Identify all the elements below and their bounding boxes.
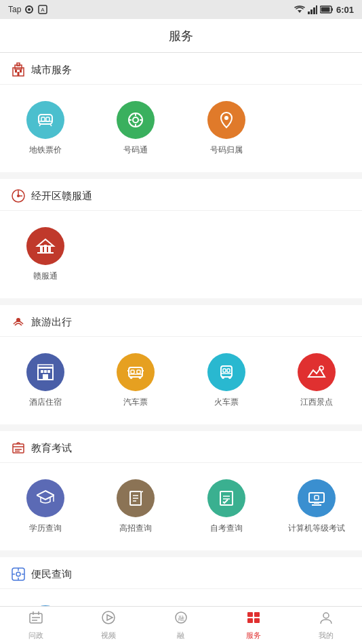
number-pass-item[interactable]: 号码通 (91, 96, 182, 161)
wenzhen-label: 问政 (28, 630, 43, 641)
convenient-service-section: 便民查询 (0, 557, 362, 606)
computer-exam-label: 计算机等级考试 (288, 523, 345, 534)
train-ticket-item[interactable]: 火车票 (181, 348, 272, 414)
econ-service-icon (11, 188, 26, 203)
self-exam-item[interactable]: 自考查询 (181, 474, 272, 540)
svg-rect-14 (17, 63, 20, 66)
edu-service-items: 学历查询 高招查询 (0, 463, 362, 550)
convenient-item[interactable] (0, 600, 91, 606)
bus-ticket-label: 汽车票 (123, 397, 148, 408)
svg-rect-20 (46, 117, 49, 121)
econ-service-header: 经开区赣服通 (0, 179, 362, 211)
subway-svg (35, 110, 56, 130)
edu-query-svg (35, 488, 56, 508)
gaokao-query-label: 高招查询 (119, 523, 152, 534)
gaokao-query-item[interactable]: 高招查询 (91, 474, 182, 540)
hotel-item[interactable]: 酒店住宿 (0, 348, 91, 414)
edu-service-icon (11, 441, 26, 456)
convenient-icon (11, 567, 26, 582)
tap-label: Tap (8, 5, 21, 14)
travel-service-icon (11, 315, 26, 329)
train-ticket-label: 火车票 (214, 397, 239, 408)
number-attr-label: 号码归属 (210, 144, 243, 156)
convenient-service-header: 便民查询 (0, 557, 362, 589)
svg-rect-55 (227, 369, 230, 372)
nav-video[interactable]: 视频 (73, 610, 145, 641)
edu-query-label: 学历查询 (29, 523, 62, 534)
city-service-items: 地铁票价 号码通 (0, 85, 362, 172)
scenic-icon (298, 353, 336, 391)
svg-rect-97 (247, 612, 253, 617)
svg-point-32 (17, 195, 20, 197)
svg-text:融: 融 (178, 615, 184, 622)
svg-rect-46 (131, 370, 134, 374)
svg-rect-47 (137, 370, 140, 374)
gan-fu-tong-icon (26, 227, 64, 265)
svg-rect-6 (310, 9, 313, 14)
hotel-svg (35, 362, 56, 382)
svg-rect-17 (18, 72, 20, 76)
train-ticket-icon (207, 353, 245, 391)
edu-query-icon (26, 479, 64, 517)
edu-icon (11, 441, 26, 456)
train-svg (216, 362, 237, 382)
status-left: Tap A (8, 4, 48, 15)
number-pass-svg (125, 110, 146, 130)
nav-rong[interactable]: 融 融 (145, 610, 218, 641)
number-attr-item[interactable]: 号码归属 (181, 96, 272, 161)
wenzhen-svg (28, 610, 43, 625)
nav-mine[interactable]: 我的 (289, 610, 362, 641)
travel-service-section: 旅游出行 酒店住宿 (0, 305, 362, 424)
nav-service[interactable]: 服务 (217, 610, 289, 641)
svg-rect-7 (313, 7, 315, 14)
svg-rect-5 (308, 12, 310, 14)
city-service-title: 城市服务 (31, 64, 72, 77)
edu-query-item[interactable]: 学历查询 (0, 474, 91, 540)
svg-line-22 (39, 124, 41, 126)
svg-rect-99 (247, 618, 253, 623)
battery-icon (320, 5, 334, 14)
svg-rect-72 (220, 491, 233, 505)
econ-icon (11, 188, 26, 203)
svg-point-80 (16, 572, 20, 576)
signal-icon (308, 5, 317, 14)
scenic-svg (306, 362, 327, 382)
video-svg (101, 610, 116, 625)
svg-point-25 (133, 117, 138, 123)
edu-service-header: 教育考试 (0, 431, 362, 463)
svg-rect-100 (254, 618, 260, 623)
header: 服务 (0, 19, 362, 53)
gan-fu-tong-label: 赣服通 (33, 270, 58, 282)
service-nav-label: 服务 (246, 630, 261, 641)
computer-exam-item[interactable]: 计算机等级考试 (272, 474, 363, 540)
subway-ticket-item[interactable]: 地铁票价 (0, 96, 91, 161)
mine-icon (319, 610, 334, 628)
bus-svg (125, 362, 146, 382)
video-icon (101, 610, 116, 628)
travel-service-title: 旅游出行 (31, 316, 72, 329)
gan-fu-tong-item[interactable]: 赣服通 (0, 222, 91, 287)
svg-rect-19 (41, 117, 45, 121)
bus-ticket-item[interactable]: 汽车票 (91, 348, 182, 414)
svg-rect-88 (30, 613, 42, 623)
travel-service-header: 旅游出行 (0, 305, 362, 337)
scenic-label: 江西景点 (300, 397, 333, 408)
svg-rect-41 (44, 370, 47, 373)
hotel-icon (26, 353, 64, 391)
bus-ticket-icon (117, 353, 155, 391)
subway-ticket-icon (26, 101, 64, 139)
wifi-icon (294, 5, 305, 14)
number-attr-icon (207, 101, 245, 139)
nav-wenzhen[interactable]: 问政 (0, 610, 73, 641)
computer-exam-icon (298, 479, 336, 517)
gaokao-query-icon (117, 479, 155, 517)
svg-rect-54 (223, 369, 226, 372)
travel-icon (11, 315, 26, 329)
scenic-item[interactable]: 江西景点 (272, 348, 363, 414)
econ-service-title: 经开区赣服通 (31, 190, 92, 203)
svg-marker-66 (37, 491, 54, 500)
svg-point-30 (224, 116, 228, 120)
convenient-service-items (0, 589, 362, 606)
hotel-label: 酒店住宿 (29, 397, 62, 408)
svg-line-23 (50, 124, 52, 126)
